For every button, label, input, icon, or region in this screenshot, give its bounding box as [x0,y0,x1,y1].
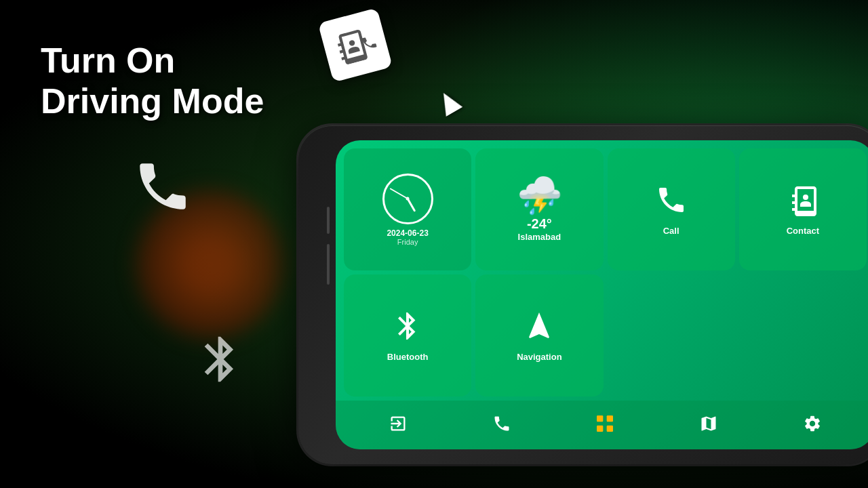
bluetooth-tile[interactable]: Bluetooth [344,274,471,396]
svg-rect-5 [607,426,613,432]
weather-tile[interactable]: ⛈️ -24° Islamabad [475,148,603,270]
volume-up-button[interactable] [327,207,330,234]
call-label: Call [663,226,679,236]
svg-point-1 [803,195,808,200]
left-phone-icon [132,156,193,230]
city-name: Islamabad [518,232,561,242]
headline-line2: Driving Mode [41,81,264,122]
temperature: -24° [527,216,552,232]
headline: Turn On Driving Mode [41,41,264,122]
call-tile[interactable]: Call [608,148,735,270]
clock-center [406,197,410,201]
bottom-phone-button[interactable] [484,406,519,441]
clock-face [382,174,433,224]
svg-rect-3 [607,415,613,422]
svg-point-0 [349,39,355,46]
settings-button[interactable] [795,406,830,441]
contact-icon [787,184,819,223]
exit-button[interactable] [380,406,416,441]
clock-date: 2024-06-23 [387,228,428,238]
phone-body: 2024-06-23 Friday ⛈️ -24° Islamabad [298,125,868,464]
navigation-tile[interactable]: Navigation [475,274,603,396]
contact-tile[interactable]: Contact [739,148,867,270]
app-grid: 2024-06-23 Friday ⛈️ -24° Islamabad [336,140,868,401]
svg-rect-2 [597,415,603,422]
volume-down-button[interactable] [327,244,330,285]
bottom-bar [336,401,868,449]
bluetooth-icon [391,310,424,349]
call-icon [655,184,688,223]
map-button[interactable] [691,406,726,441]
weather-icon: ⛈️ [517,177,562,214]
contact-label: Contact [787,226,819,236]
navigation-label: Navigation [517,352,561,362]
left-bluetooth-icon [193,332,248,397]
phone-device: 2024-06-23 Friday ⛈️ -24° Islamabad [298,125,868,464]
apps-button[interactable] [587,406,623,441]
bluetooth-label: Bluetooth [387,352,429,362]
clock-minute-hand [390,188,408,199]
svg-rect-4 [597,426,603,432]
phone-screen: 2024-06-23 Friday ⛈️ -24° Islamabad [336,140,868,449]
headline-line1: Turn On [41,41,264,81]
clock-tile[interactable]: 2024-06-23 Friday [344,148,471,270]
navigation-icon [523,310,555,349]
clock-day: Friday [397,238,418,246]
